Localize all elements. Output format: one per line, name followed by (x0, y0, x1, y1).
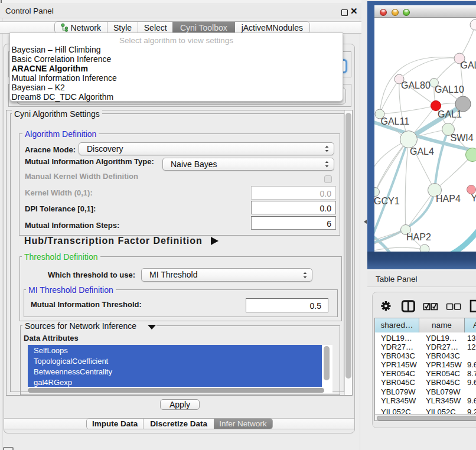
svg-text:Y: Y (471, 193, 476, 203)
svg-text:HAP4: HAP4 (436, 194, 461, 204)
svg-text:GAL4: GAL4 (410, 146, 434, 156)
svg-text:GAL1: GAL1 (438, 109, 462, 119)
svg-text:GAL10: GAL10 (435, 84, 464, 94)
svg-text:HAP2: HAP2 (406, 232, 431, 242)
svg-text:GAL11: GAL11 (381, 116, 410, 126)
svg-text:GAL80: GAL80 (401, 80, 431, 90)
svg-text:GCY1: GCY1 (374, 196, 400, 206)
svg-text:SWI4: SWI4 (451, 133, 474, 143)
svg-text:GAL7: GAL7 (461, 60, 476, 70)
